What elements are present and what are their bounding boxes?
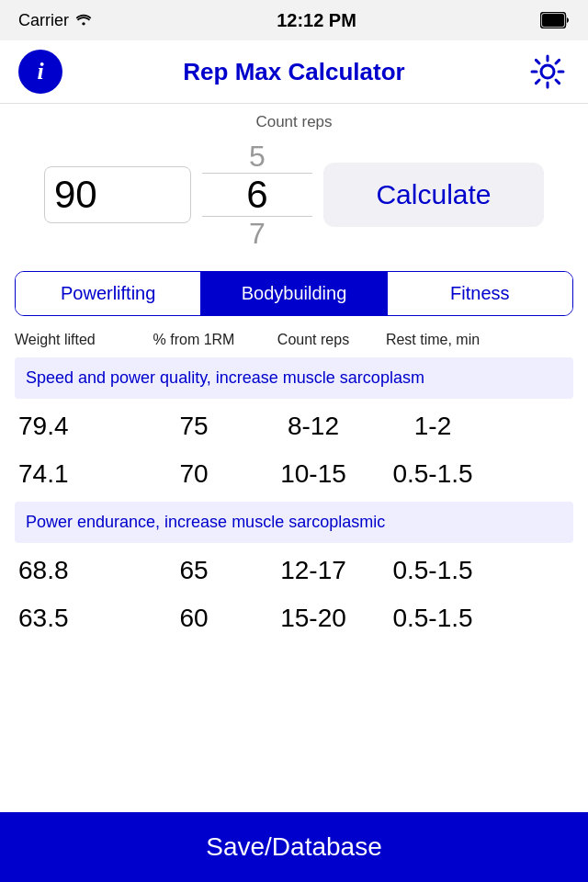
cell-reps: 8-12 xyxy=(254,412,373,441)
calculate-button[interactable]: Calculate xyxy=(323,163,544,227)
rep-item-6[interactable]: 6 xyxy=(202,175,312,214)
weight-input-container xyxy=(44,166,191,223)
rep-item-8[interactable]: 8 xyxy=(202,253,312,254)
info-button[interactable]: i xyxy=(18,50,62,94)
tab-fitness[interactable]: Fitness xyxy=(388,272,572,315)
cell-percent: 65 xyxy=(134,556,254,585)
table-header: Weight lifted % from 1RM Count reps Rest… xyxy=(15,323,573,354)
cell-percent: 60 xyxy=(134,604,254,633)
cell-rest: 0.5-1.5 xyxy=(373,604,492,633)
section-header-1: Speed and power quality, increase muscle… xyxy=(15,357,573,399)
table-row: 68.8 65 12-17 0.5-1.5 xyxy=(15,547,573,594)
cell-weight: 79.4 xyxy=(15,412,134,441)
col-header-percent: % from 1RM xyxy=(134,331,254,350)
cell-rest: 1-2 xyxy=(373,412,492,441)
time-display: 12:12 PM xyxy=(277,10,356,31)
tab-powerlifting[interactable]: Powerlifting xyxy=(16,272,201,315)
rep-item-5[interactable]: 5 xyxy=(202,137,312,175)
svg-line-8 xyxy=(556,80,560,84)
cell-rest: 0.5-1.5 xyxy=(373,556,492,585)
tab-bodybuilding-label: Bodybuilding xyxy=(242,283,347,303)
tab-bar: Powerlifting Bodybuilding Fitness xyxy=(15,271,573,316)
save-database-button[interactable]: Save/Database xyxy=(0,812,588,882)
picker-section: Count reps 4 5 6 7 8 Calculate xyxy=(0,104,588,264)
svg-line-7 xyxy=(536,60,539,63)
wifi-icon xyxy=(74,11,93,30)
results-table: Weight lifted % from 1RM Count reps Rest… xyxy=(0,323,588,642)
cell-rest: 0.5-1.5 xyxy=(373,459,492,489)
header: i Rep Max Calculator xyxy=(0,40,588,104)
cell-reps: 10-15 xyxy=(254,459,373,489)
status-bar: Carrier 12:12 PM xyxy=(0,0,588,40)
col-header-rest: Rest time, min xyxy=(373,331,492,350)
table-row: 63.5 60 15-20 0.5-1.5 xyxy=(15,594,573,642)
cell-percent: 70 xyxy=(134,459,254,489)
section-header-2: Power endurance, increase muscle sarcopl… xyxy=(15,502,573,543)
col-header-weight: Weight lifted xyxy=(15,331,134,350)
weight-input[interactable] xyxy=(54,173,181,217)
cell-reps: 15-20 xyxy=(254,604,373,633)
svg-rect-1 xyxy=(542,14,564,27)
battery-icon xyxy=(540,12,570,28)
cell-weight: 74.1 xyxy=(15,459,134,489)
settings-button[interactable] xyxy=(526,50,570,94)
carrier-text: Carrier xyxy=(18,11,93,30)
col-header-reps: Count reps xyxy=(254,331,373,350)
tab-fitness-label: Fitness xyxy=(450,283,509,303)
gear-icon xyxy=(527,51,568,92)
cell-weight: 63.5 xyxy=(15,604,134,633)
tab-powerlifting-label: Powerlifting xyxy=(61,283,155,303)
picker-area: 4 5 6 7 8 Calculate xyxy=(0,135,588,264)
table-row: 79.4 75 8-12 1-2 xyxy=(15,402,573,450)
cell-weight: 68.8 xyxy=(15,556,134,585)
cell-percent: 75 xyxy=(134,412,254,441)
picker-label: Count reps xyxy=(0,104,588,135)
table-row: 74.1 70 10-15 0.5-1.5 xyxy=(15,450,573,498)
svg-line-10 xyxy=(536,80,539,84)
svg-line-9 xyxy=(556,60,560,63)
tab-bodybuilding[interactable]: Bodybuilding xyxy=(201,272,387,315)
rep-item-7[interactable]: 7 xyxy=(202,214,312,253)
carrier-label: Carrier xyxy=(18,11,69,30)
app-title: Rep Max Calculator xyxy=(183,58,404,86)
rep-picker[interactable]: 4 5 6 7 8 xyxy=(202,135,312,254)
svg-point-2 xyxy=(541,65,554,78)
cell-reps: 12-17 xyxy=(254,556,373,585)
info-icon: i xyxy=(37,58,43,85)
